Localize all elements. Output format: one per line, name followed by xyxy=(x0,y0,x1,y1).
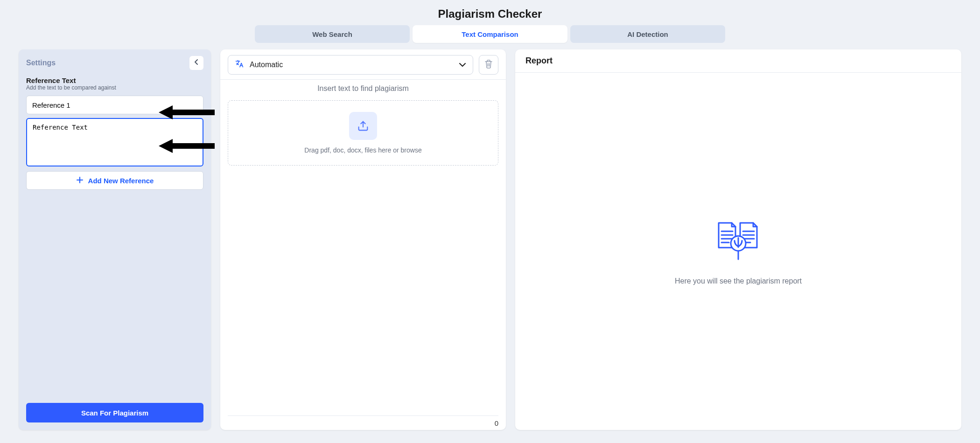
report-empty-illustration xyxy=(715,217,762,266)
insert-hint: Insert text to find plagiarism xyxy=(228,84,498,93)
reference-text-input[interactable] xyxy=(26,118,203,166)
translate-icon xyxy=(235,59,244,70)
reference-heading: Reference Text xyxy=(26,76,203,84)
reference-subheading: Add the text to be compared against xyxy=(26,84,203,91)
tab-web-search[interactable]: Web Search xyxy=(255,25,410,43)
dropzone-text: Drag pdf, doc, docx, files here or brows… xyxy=(304,146,421,154)
reference-name-input[interactable] xyxy=(26,96,203,114)
input-panel: Automatic Insert text to find plagiarism xyxy=(220,49,506,430)
plus-icon xyxy=(76,176,84,185)
tabs-bar: Web Search Text Comparison AI Detection xyxy=(0,25,980,49)
settings-panel: Settings Reference Text Add the text to … xyxy=(19,49,211,430)
trash-icon xyxy=(484,59,493,70)
chevron-left-icon xyxy=(194,59,199,67)
page-title: Plagiarism Checker xyxy=(0,0,980,25)
divider xyxy=(228,415,498,416)
report-empty-hint: Here you will see the plagiarism report xyxy=(675,277,802,285)
chevron-down-icon xyxy=(459,61,466,69)
add-reference-label: Add New Reference xyxy=(88,177,154,185)
upload-icon xyxy=(349,112,377,140)
report-title: Report xyxy=(515,49,961,73)
char-count: 0 xyxy=(495,419,498,427)
add-reference-button[interactable]: Add New Reference xyxy=(26,171,203,190)
clear-text-button[interactable] xyxy=(479,55,498,75)
collapse-settings-button[interactable] xyxy=(189,56,203,70)
tab-text-comparison[interactable]: Text Comparison xyxy=(413,25,567,43)
main-layout: Settings Reference Text Add the text to … xyxy=(0,49,980,430)
language-label: Automatic xyxy=(250,61,283,69)
file-dropzone[interactable]: Drag pdf, doc, docx, files here or brows… xyxy=(228,100,498,166)
settings-title: Settings xyxy=(26,59,56,67)
scan-button[interactable]: Scan For Plagiarism xyxy=(26,403,203,422)
tab-ai-detection[interactable]: AI Detection xyxy=(570,25,725,43)
report-panel: Report Here yo xyxy=(515,49,961,430)
language-select[interactable]: Automatic xyxy=(228,55,473,75)
